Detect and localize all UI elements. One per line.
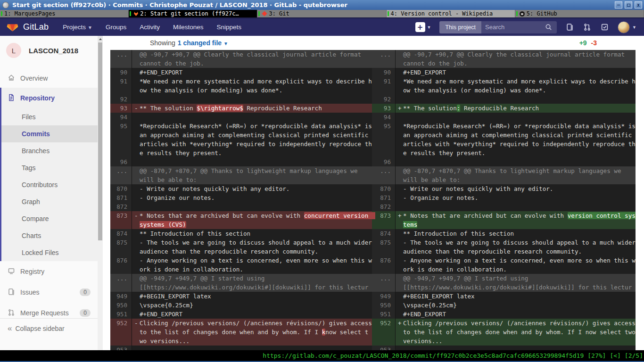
sidebar-item-locked-files[interactable]: Locked Files [1, 244, 98, 261]
line-number-old[interactable]: 95 [110, 122, 132, 157]
browser-tab-2[interactable]: 2: Start git section (ff927c… [129, 10, 257, 17]
browser-tab-3[interactable]: 3: Git [257, 10, 386, 17]
line-number-new[interactable]: 949 [372, 292, 396, 301]
line-number-old[interactable]: 870 [110, 184, 132, 193]
sidebar-item-repository[interactable]: Repository [1, 88, 98, 108]
statusbar-history-indicator: [<] [610, 352, 620, 359]
line-number-new[interactable]: 950 [372, 301, 396, 310]
repository-submenu: FilesCommitsBranchesTagsContributorsGrap… [1, 108, 98, 261]
page-scrollbar[interactable] [98, 36, 103, 350]
diff-line-new: \vspace{0.25cm} [396, 301, 636, 310]
sidebar-item-tags[interactable]: Tags [1, 159, 98, 176]
navbar-link-snippets[interactable]: Snippets [217, 24, 242, 31]
navbar-link-groups[interactable]: Groups [106, 24, 126, 31]
line-number-new[interactable]: 874 [372, 229, 396, 238]
line-number-old[interactable]: 874 [110, 229, 132, 238]
line-number-old[interactable]: 94 [110, 113, 132, 122]
gitlab-brand[interactable]: GitLab [7, 20, 49, 34]
issues-count-badge: 0 [80, 288, 91, 296]
diff-line-new [396, 113, 636, 122]
line-number-new[interactable]: 951 [372, 310, 396, 319]
browser-tab-4[interactable]: 4: Version control - Wikipedia [387, 10, 515, 17]
line-number-old[interactable]: 949 [110, 292, 132, 301]
sidebar-item-graph[interactable]: Graph [1, 193, 98, 210]
line-number-new[interactable]: 90 [372, 68, 396, 77]
sidebar-item-files[interactable]: Files [1, 108, 98, 125]
line-number-new[interactable]: 92 [372, 95, 396, 104]
merge-requests-nav-icon[interactable] [583, 23, 592, 32]
line-number-new[interactable]: 93 [372, 104, 396, 113]
line-number-new[interactable]: 91 [372, 77, 396, 95]
navbar-link-projects[interactable]: Projects▼ [63, 24, 92, 31]
sidebar-item-issues[interactable]: Issues 0 [0, 282, 98, 303]
line-number-old[interactable]: 90 [110, 68, 132, 77]
removed-marker: - [134, 211, 138, 220]
line-number-old[interactable]: 96 [110, 157, 132, 166]
tab-indicator [130, 11, 131, 16]
parallel-diff-table: ...@@ -90,7 +90,7 @@ Clearly the classic… [110, 50, 636, 354]
navbar-links: Projects▼GroupsActivityMilestonesSnippet… [63, 24, 241, 31]
line-number-old[interactable]: 871 [110, 193, 132, 202]
diff-line-new: *We need are more systematic and more ex… [396, 77, 636, 95]
sidebar-item-charts[interactable]: Charts [1, 227, 98, 244]
line-number-new[interactable]: 871 [372, 193, 396, 202]
close-button[interactable]: x [635, 1, 642, 8]
line-number-old[interactable]: 872 [110, 202, 132, 211]
line-number-old[interactable]: 93 [110, 104, 132, 113]
sidebar-item-registry[interactable]: Registry [0, 261, 98, 282]
avatar [618, 21, 630, 33]
line-number-new[interactable]: 94 [372, 113, 396, 122]
search-scope-badge[interactable]: This project [439, 21, 481, 33]
main-area: L LASCON_2018 Overview Repository [0, 36, 644, 350]
line-number-old[interactable]: 92 [110, 95, 132, 104]
sidebar-item-contributors[interactable]: Contributors [1, 176, 98, 193]
sidebar-item-branches[interactable]: Branches [1, 142, 98, 159]
sidebar-item-overview[interactable]: Overview [0, 69, 98, 88]
home-icon [8, 74, 15, 83]
changed-files-link[interactable]: 1 changed file ▼ [178, 39, 228, 47]
line-number-new[interactable]: 875 [372, 238, 396, 256]
line-number-new[interactable]: 952 [372, 319, 396, 346]
search-input[interactable]: Search [481, 21, 557, 33]
user-menu[interactable]: ▼ [618, 21, 636, 33]
line-number-new[interactable]: 872 [372, 202, 396, 211]
project-avatar: L [6, 43, 21, 58]
diff-row: 871- Organize our notes.871- Organize ou… [110, 193, 636, 202]
line-number-old[interactable]: 875 [110, 238, 132, 256]
diff-line-old: - Write our notes quickly with any edito… [132, 184, 372, 193]
todos-nav-icon[interactable] [600, 23, 609, 32]
maximize-button[interactable] [625, 1, 632, 8]
line-number-old[interactable]: 951 [110, 310, 132, 319]
line-number-old[interactable]: 952 [110, 319, 132, 346]
line-number-new[interactable]: 876 [372, 256, 396, 274]
line-number-old[interactable]: 91 [110, 77, 132, 95]
collapse-label: Collapse sidebar [15, 325, 64, 332]
issues-nav-icon[interactable] [565, 23, 574, 32]
scrollbar-up-arrow[interactable] [98, 36, 103, 42]
diff-row: 950\vspace{0.25cm}950\vspace{0.25cm} [110, 301, 636, 310]
minimize-button[interactable]: – [615, 1, 622, 8]
scrollbar-thumb[interactable] [98, 42, 102, 240]
browser-tab-1[interactable]: 1: MarquesPages [0, 10, 129, 17]
line-number-new[interactable]: 873 [372, 211, 396, 229]
navbar-link-activity[interactable]: Activity [140, 24, 160, 31]
line-number-new[interactable]: 95 [372, 122, 396, 157]
navbar-link-milestones[interactable]: Milestones [173, 24, 204, 31]
new-menu[interactable]: + ▼ [415, 22, 431, 32]
diff-row: 9696 [110, 157, 636, 166]
line-number-old[interactable]: 876 [110, 256, 132, 274]
diff-line-old: @@ -870,7 +870,7 @@ Thanks to lightweigh… [132, 166, 372, 184]
line-number-new[interactable]: 96 [372, 157, 396, 166]
diff-line-new: +* Notes that are archived but can evolv… [396, 211, 636, 229]
line-number-old[interactable]: 950 [110, 301, 132, 310]
sidebar-item-compare[interactable]: Compare [1, 210, 98, 227]
browser-tab-5[interactable]: 5: GitHub [515, 10, 644, 17]
collapse-sidebar-button[interactable]: « Collapse sidebar [0, 318, 98, 338]
sidebar-item-commits[interactable]: Commits [1, 125, 98, 142]
project-header[interactable]: L LASCON_2018 [0, 36, 98, 58]
line-number-new[interactable]: 870 [372, 184, 396, 193]
diff-line-old [132, 157, 372, 166]
search-icon [544, 23, 553, 32]
diff-line-new [396, 157, 636, 166]
line-number-old[interactable]: 873 [110, 211, 132, 229]
